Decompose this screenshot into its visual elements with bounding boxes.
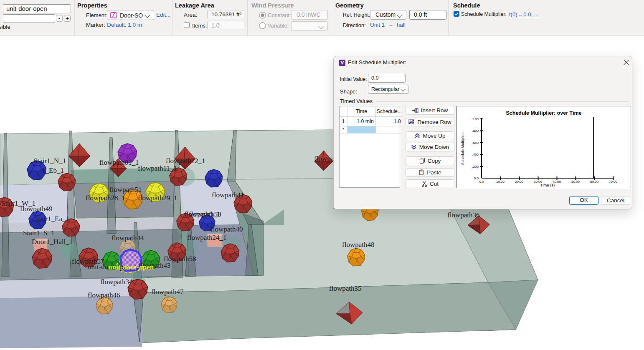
svg-text:flowpath50: flowpath50 <box>189 210 221 218</box>
svg-text:flowpath58: flowpath58 <box>164 255 196 263</box>
svg-text:Schedule Multiplier:: Schedule Multiplier: <box>461 132 465 165</box>
svg-text:20.00: 20.00 <box>515 180 524 184</box>
svg-text:flowpath35: flowpath35 <box>329 285 361 292</box>
svg-text:.400: .400 <box>472 153 479 156</box>
svg-text:flowpath48: flowpath48 <box>342 241 374 249</box>
svg-text:flowpath44: flowpath44 <box>112 234 144 242</box>
svg-text:1.00: 1.00 <box>472 117 479 121</box>
svg-text:Stair1_S_1: Stair1_S_1 <box>23 229 55 237</box>
svg-text:flowpath28_1: flowpath28_1 <box>86 194 125 202</box>
svg-text:0.0: 0.0 <box>474 176 479 180</box>
svg-text:flowpath11_1: flowpath11_1 <box>138 164 177 172</box>
svg-text:0.0: 0.0 <box>479 180 484 184</box>
svg-text:.600: .600 <box>472 141 479 145</box>
svg-text:Door1_Hall_1: Door1_Hall_1 <box>32 238 73 246</box>
svg-text:.200: .200 <box>472 165 479 169</box>
svg-text:70.00: 70.00 <box>609 180 618 184</box>
svg-text:.800: .800 <box>472 129 479 133</box>
svg-text:1_Eb_1: 1_Eb_1 <box>42 166 64 174</box>
svg-text:flowpath40: flowpath40 <box>210 225 243 233</box>
svg-text:Time (s): Time (s) <box>540 183 555 187</box>
svg-text:flowpath29_1: flowpath29_1 <box>138 194 177 202</box>
svg-text:Stair1_Ea_1: Stair1_Ea_1 <box>34 215 69 223</box>
svg-text:60.00: 60.00 <box>590 180 599 184</box>
svg-text:flowpath34: flowpath34 <box>100 278 133 286</box>
svg-text:unit-door-open: unit-door-open <box>108 263 154 271</box>
svg-text:flowpath46: flowpath46 <box>88 291 120 299</box>
svg-text:Schedule Multiplier: over Time: Schedule Multiplier: over Time <box>506 110 581 116</box>
svg-text:flowpa: flowpa <box>314 155 334 163</box>
svg-text:flowpath47: flowpath47 <box>151 288 184 296</box>
svg-text:flowpath01_1: flowpath01_1 <box>99 159 139 166</box>
svg-text:flowpath49: flowpath49 <box>20 205 52 213</box>
svg-text:50.00: 50.00 <box>571 180 580 184</box>
svg-text:flowpath12_1: flowpath12_1 <box>166 157 205 165</box>
svg-text:10.00: 10.00 <box>496 180 505 184</box>
svg-text:flowpath24_1: flowpath24_1 <box>187 234 226 242</box>
svg-text:flowpath41: flowpath41 <box>212 191 244 199</box>
svg-text:Stair1_N_1: Stair1_N_1 <box>33 157 66 165</box>
svg-text:flowpath36: flowpath36 <box>447 211 479 219</box>
svg-text:flowpath51: flowpath51 <box>109 186 142 194</box>
